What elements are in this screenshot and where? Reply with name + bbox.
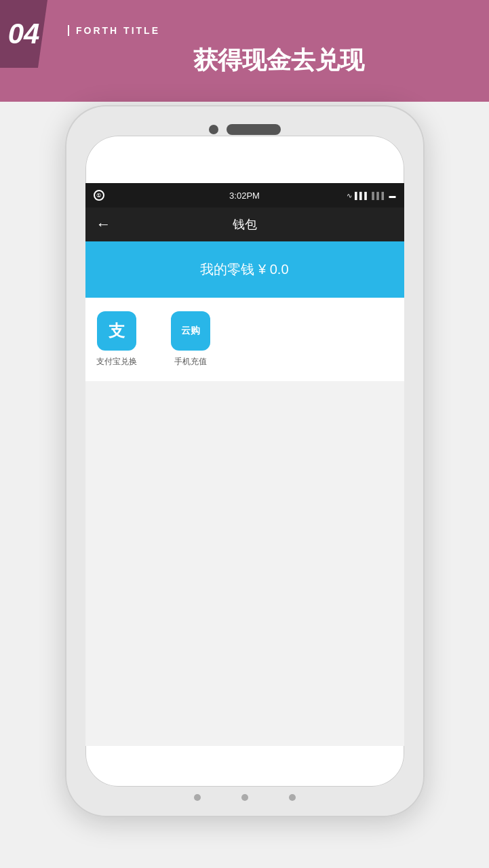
grid-area: 支 支付宝兑换 云购 手机充值 <box>85 298 404 381</box>
header-title: 获得现金去兑现 <box>68 44 489 77</box>
signal2-icon: ▌▌▌ <box>372 192 386 199</box>
app-title: 钱包 <box>119 216 370 233</box>
bottom-dot-left <box>194 794 201 801</box>
mobile-recharge-item[interactable]: 云购 手机充值 <box>171 311 210 368</box>
screen-content: ① 3:02PM ∿ ▌▌▌ ▌▌▌ ▬ ← 钱包 <box>85 183 404 746</box>
balance-area: 我的零钱 ¥ 0.0 <box>85 241 404 298</box>
phone-bottom-dots <box>194 794 296 801</box>
phone-screen: ① 3:02PM ∿ ▌▌▌ ▌▌▌ ▬ ← 钱包 <box>85 136 404 787</box>
screen-rest-area <box>85 381 404 746</box>
header-subtitle: FORTH TITLE <box>68 25 489 36</box>
bottom-dot-right <box>289 794 296 801</box>
status-indicator: ① <box>94 190 104 201</box>
phone-outer: ① 3:02PM ∿ ▌▌▌ ▌▌▌ ▬ ← 钱包 <box>65 105 425 817</box>
mobile-recharge-label: 手机充值 <box>174 356 207 368</box>
header-banner: 04 FORTH TITLE 获得现金去兑现 <box>0 0 489 102</box>
alipay-exchange-item[interactable]: 支 支付宝兑换 <box>96 311 137 368</box>
camera-dot <box>209 125 218 134</box>
alipay-icon: 支 <box>97 311 136 351</box>
app-header: ← 钱包 <box>85 208 404 241</box>
wifi-icon: ∿ <box>347 192 352 199</box>
battery-icon: ▬ <box>389 192 396 199</box>
speaker-slot <box>227 124 281 135</box>
balance-text: 我的零钱 ¥ 0.0 <box>200 262 288 277</box>
status-left: ① <box>94 190 104 201</box>
status-right: ∿ ▌▌▌ ▌▌▌ ▬ <box>347 192 396 199</box>
status-time: 3:02PM <box>229 191 260 201</box>
phone-mockup: ① 3:02PM ∿ ▌▌▌ ▌▌▌ ▬ ← 钱包 <box>65 105 425 817</box>
bottom-dot-center <box>241 794 248 801</box>
back-button[interactable]: ← <box>96 216 111 233</box>
header-number: 04 <box>0 0 47 68</box>
yungo-icon: 云购 <box>171 311 210 351</box>
phone-top-bar <box>209 124 281 135</box>
signal1-icon: ▌▌▌ <box>355 192 369 199</box>
status-bar: ① 3:02PM ∿ ▌▌▌ ▌▌▌ ▬ <box>85 183 404 208</box>
alipay-label: 支付宝兑换 <box>96 356 137 368</box>
